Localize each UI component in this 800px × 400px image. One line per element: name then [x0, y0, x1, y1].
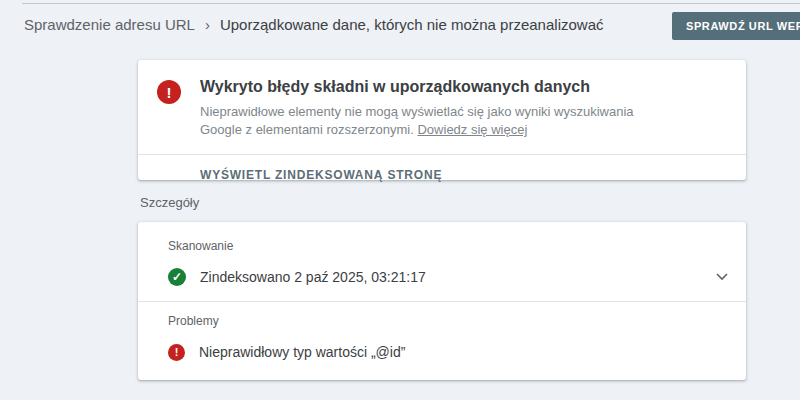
- error-icon: !: [168, 344, 185, 361]
- details-divider: [138, 301, 746, 302]
- issue-text: Nieprawidłowy typ wartości „@id”: [199, 344, 405, 360]
- breadcrumb-url-inspection[interactable]: Sprawdzenie adresu URL: [24, 16, 195, 33]
- crawl-status-text: Zindeksowano 2 paź 2025, 03:21:17: [200, 269, 426, 285]
- crawl-status-row[interactable]: ✓ Zindeksowano 2 paź 2025, 03:21:17: [138, 263, 746, 291]
- breadcrumb-current-page: Uporządkowane dane, których nie można pr…: [220, 16, 604, 33]
- exclamation-glyph: !: [167, 84, 172, 101]
- syntax-error-card: ! Wykryto błędy składni w uporządkowanyc…: [138, 60, 746, 180]
- error-card-actions: WYŚWIETL ZINDEKSOWANĄ STRONĘ: [138, 155, 746, 194]
- issues-section-label: Problemy: [138, 314, 746, 328]
- crawl-section-label: Skanowanie: [138, 239, 746, 253]
- test-live-url-button[interactable]: SPRAWDŹ URL WERSJI OPU: [672, 12, 800, 40]
- learn-more-link[interactable]: Dowiedz się więcej: [417, 122, 527, 137]
- error-card-header: ! Wykryto błędy składni w uporządkowanyc…: [138, 60, 746, 139]
- issue-row[interactable]: ! Nieprawidłowy typ wartości „@id”: [138, 338, 746, 366]
- toolbar-divider: [22, 3, 800, 4]
- error-card-description: Nieprawidłowe elementy nie mogą wyświetl…: [200, 103, 668, 139]
- breadcrumb: Sprawdzenie adresu URL › Uporządkowane d…: [24, 16, 604, 33]
- details-section-label: Szczegóły: [140, 195, 199, 210]
- exclamation-glyph: !: [175, 346, 179, 358]
- check-glyph: ✓: [172, 270, 182, 284]
- error-card-title: Wykryto błędy składni w uporządkowanych …: [200, 78, 668, 96]
- details-card: Skanowanie ✓ Zindeksowano 2 paź 2025, 03…: [138, 222, 746, 380]
- error-icon: !: [157, 80, 181, 104]
- breadcrumb-separator-icon: ›: [205, 16, 210, 33]
- view-indexed-page-button[interactable]: WYŚWIETL ZINDEKSOWANĄ STRONĘ: [200, 168, 442, 182]
- error-card-text: Wykryto błędy składni w uporządkowanych …: [200, 78, 668, 139]
- check-icon: ✓: [168, 268, 186, 286]
- chevron-down-icon[interactable]: [716, 273, 728, 281]
